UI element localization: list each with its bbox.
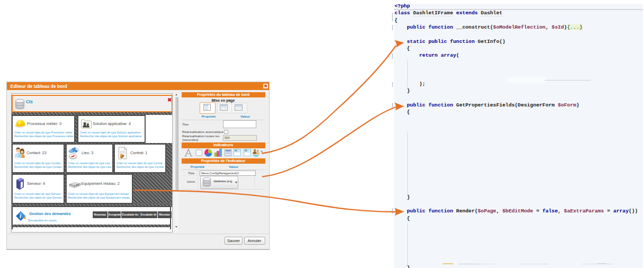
- svg-text:4: 4: [261, 150, 263, 153]
